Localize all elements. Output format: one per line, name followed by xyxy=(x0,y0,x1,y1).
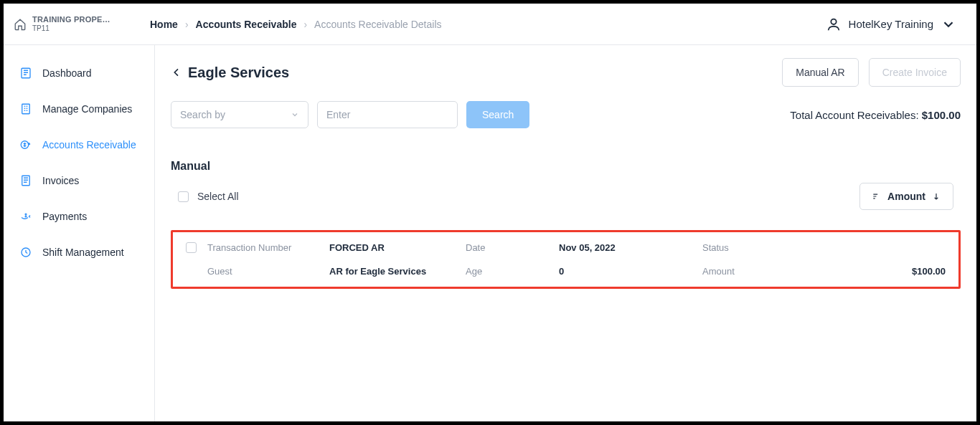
age-value: 0 xyxy=(559,266,702,277)
property-code: TP11 xyxy=(32,24,110,33)
amount-value: $100.00 xyxy=(788,266,946,277)
chevron-down-icon xyxy=(941,16,956,32)
date-label: Date xyxy=(466,242,559,253)
building-icon xyxy=(19,102,32,115)
row-checkbox[interactable] xyxy=(186,242,197,253)
sidebar-item-label: Invoices xyxy=(42,175,79,186)
sidebar-item-dashboard[interactable]: Dashboard xyxy=(4,55,154,91)
sidebar-item-payments[interactable]: Payments xyxy=(4,199,154,234)
receivable-icon xyxy=(19,138,32,151)
back-button[interactable] xyxy=(171,67,182,78)
section-title-manual: Manual xyxy=(171,160,961,173)
main-content: Eagle Services Manual AR Create Invoice … xyxy=(155,45,976,421)
breadcrumb: Home › Accounts Receivable › Accounts Re… xyxy=(150,19,826,30)
guest-value: AR for Eagle Services xyxy=(329,266,466,277)
amount-label: Amount xyxy=(702,266,788,277)
sidebar-item-label: Dashboard xyxy=(42,67,92,79)
total-receivables: Total Account Receivables: $100.00 xyxy=(790,109,961,121)
chevron-right-icon: › xyxy=(303,19,307,30)
dashboard-icon xyxy=(19,67,32,80)
chevron-down-icon xyxy=(291,110,299,119)
property-badge: TRAINING PROPE… TP11 xyxy=(14,15,150,33)
sort-amount-button[interactable]: Amount xyxy=(859,183,953,210)
select-all-label: Select All xyxy=(197,191,239,202)
svg-rect-2 xyxy=(22,104,30,114)
crumb-accounts-receivable[interactable]: Accounts Receivable xyxy=(196,19,297,30)
user-icon xyxy=(826,16,842,32)
search-button[interactable]: Search xyxy=(466,101,529,128)
transaction-number-value: FORCED AR xyxy=(329,242,466,253)
sidebar-item-label: Shift Management xyxy=(42,247,124,258)
age-label: Age xyxy=(466,266,559,277)
svg-point-0 xyxy=(831,19,836,24)
payments-icon xyxy=(19,210,32,223)
sidebar: Dashboard Manage Companies Accounts Rece… xyxy=(4,45,155,421)
sort-label: Amount xyxy=(887,191,925,202)
search-by-select[interactable]: Search by xyxy=(171,101,308,128)
chevron-right-icon: › xyxy=(185,19,189,30)
date-value: Nov 05, 2022 xyxy=(559,242,702,253)
sidebar-item-label: Accounts Receivable xyxy=(42,139,136,151)
checkbox-icon xyxy=(178,191,189,202)
search-by-placeholder: Search by xyxy=(180,109,225,120)
manual-ar-button[interactable]: Manual AR xyxy=(782,58,858,87)
svg-rect-1 xyxy=(22,68,30,78)
shift-icon xyxy=(19,246,32,259)
total-label: Total Account Receivables: xyxy=(790,109,921,121)
user-display-name: HotelKey Training xyxy=(849,18,933,30)
total-value: $100.00 xyxy=(922,109,961,121)
sidebar-item-accounts-receivable[interactable]: Accounts Receivable xyxy=(4,127,154,163)
property-name: TRAINING PROPE… xyxy=(32,15,110,24)
search-input[interactable] xyxy=(317,101,458,128)
arrow-down-icon xyxy=(931,191,941,201)
create-invoice-button: Create Invoice xyxy=(869,58,961,87)
sidebar-item-invoices[interactable]: Invoices xyxy=(4,163,154,199)
invoice-icon xyxy=(19,174,32,187)
crumb-home[interactable]: Home xyxy=(150,19,178,30)
topbar: TRAINING PROPE… TP11 Home › Accounts Rec… xyxy=(4,4,976,45)
status-label: Status xyxy=(702,242,788,253)
svg-rect-4 xyxy=(22,176,30,186)
sidebar-item-label: Payments xyxy=(42,211,87,222)
sidebar-item-manage-companies[interactable]: Manage Companies xyxy=(4,91,154,127)
sidebar-item-shift-management[interactable]: Shift Management xyxy=(4,234,154,270)
house-icon xyxy=(14,18,27,31)
sidebar-item-label: Manage Companies xyxy=(42,103,132,115)
user-menu[interactable]: HotelKey Training xyxy=(826,16,956,32)
crumb-details: Accounts Receivable Details xyxy=(314,19,441,30)
page-title: Eagle Services xyxy=(188,65,289,81)
guest-label: Guest xyxy=(207,266,329,277)
transaction-number-label: Transaction Number xyxy=(207,242,329,253)
sort-icon xyxy=(872,191,882,201)
select-all-checkbox[interactable]: Select All xyxy=(178,191,239,202)
transaction-row[interactable]: Transaction Number FORCED AR Date Nov 05… xyxy=(171,230,961,289)
